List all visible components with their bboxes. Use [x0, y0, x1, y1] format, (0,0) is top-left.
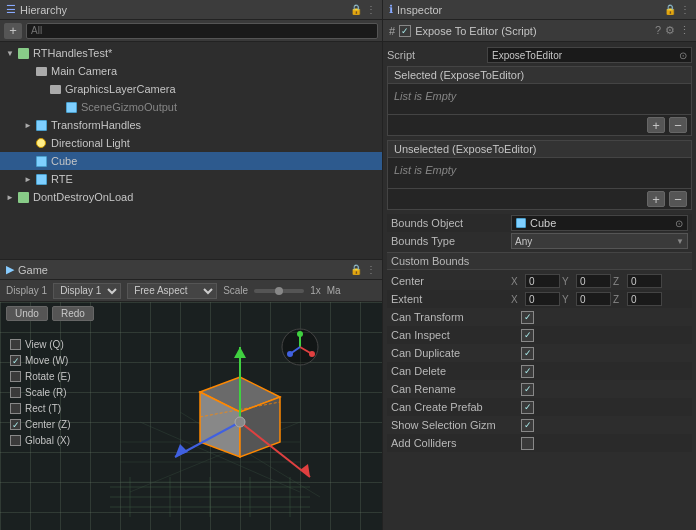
inspector-lock-icon[interactable]: 🔒: [664, 4, 676, 15]
hierarchy-titlebar: ☰ Hierarchy 🔒 ⋮: [0, 0, 382, 20]
tree-item-cube[interactable]: Cube: [0, 152, 382, 170]
bounds-type-value: Any: [515, 236, 532, 247]
global-tool-button[interactable]: Global (X): [6, 434, 75, 447]
extent-y-label: Y: [562, 294, 574, 305]
rotate-label: Rotate (E): [25, 371, 71, 382]
script-field-row: Script ExposeToEditor ⊙: [387, 46, 692, 64]
extent-z-label: Z: [613, 294, 625, 305]
can-transform-checkbox[interactable]: [521, 311, 534, 324]
more-icon[interactable]: ⋮: [366, 4, 376, 15]
tree-item-scenegizmo[interactable]: SceneGizmoOutput: [0, 98, 382, 116]
tree-arrow-scenegizmo: [52, 101, 64, 113]
extent-label: Extent: [391, 293, 511, 305]
camera-icon-graphics: [48, 82, 62, 96]
game-viewport[interactable]: Undo Redo View (Q) Move (W) Rota: [0, 302, 382, 530]
bounds-type-row: Bounds Type Any ▼: [387, 232, 692, 250]
camera-icon-main: [34, 64, 48, 78]
tree-item-maincamera[interactable]: Main Camera: [0, 62, 382, 80]
redo-button[interactable]: Redo: [52, 306, 94, 321]
add-colliders-checkbox[interactable]: [521, 437, 534, 450]
tree-label-scenegizmo: SceneGizmoOutput: [81, 101, 177, 113]
tree-item-directionallight[interactable]: Directional Light: [0, 134, 382, 152]
component-overflow-icon[interactable]: ⋮: [679, 24, 690, 37]
selected-remove-button[interactable]: −: [669, 117, 687, 133]
can-inspect-checkbox[interactable]: [521, 329, 534, 342]
extent-row: Extent X Y Z: [387, 290, 692, 308]
tree-item-rthandles[interactable]: RTHandlesTest*: [0, 44, 382, 62]
can-rename-checkbox[interactable]: [521, 383, 534, 396]
bounds-cube-icon: [516, 218, 526, 228]
move-tool-button[interactable]: Move (W): [6, 354, 75, 367]
can-inspect-label: Can Inspect: [391, 329, 521, 341]
lock-icon[interactable]: 🔒: [350, 4, 362, 15]
bounds-nav-icon: ⊙: [675, 218, 683, 229]
extent-x-input[interactable]: [525, 292, 560, 306]
selected-list-content: List is Empty: [388, 84, 691, 114]
hierarchy-tree: RTHandlesTest* Main Camera GraphicsLayer…: [0, 42, 382, 259]
cube-icon-transformhandles: [34, 118, 48, 132]
can-delete-checkbox[interactable]: [521, 365, 534, 378]
tree-label-dontdestroy: DontDestroyOnLoad: [33, 191, 133, 203]
extent-y-input[interactable]: [576, 292, 611, 306]
show-selection-gizmo-row: Show Selection Gizm: [387, 416, 692, 434]
inspector-more-icon[interactable]: ⋮: [680, 4, 690, 15]
unselected-remove-button[interactable]: −: [669, 191, 687, 207]
component-settings-icon[interactable]: ⚙: [665, 24, 675, 37]
move-label: Move (W): [25, 355, 68, 366]
tree-label-maincamera: Main Camera: [51, 65, 117, 77]
tree-item-rte[interactable]: RTE: [0, 170, 382, 188]
center-y-input[interactable]: [576, 274, 611, 288]
component-enabled-checkbox[interactable]: [399, 25, 411, 37]
rect-tool-button[interactable]: Rect (T): [6, 402, 75, 415]
scene-icon-dontdestroy: [16, 190, 30, 204]
maximize-label: Ma: [327, 285, 341, 296]
game-panel: ▶ Game 🔒 ⋮ Display 1 Display 1 Free Aspe…: [0, 260, 382, 530]
hierarchy-search-input[interactable]: [26, 23, 378, 39]
tree-item-transformhandles[interactable]: TransformHandles: [0, 116, 382, 134]
view-tool-button[interactable]: View (Q): [6, 338, 75, 351]
scale-slider[interactable]: [254, 289, 304, 293]
scene-svg: [80, 322, 340, 530]
bounds-object-value[interactable]: Cube ⊙: [511, 215, 688, 231]
center-x-input[interactable]: [525, 274, 560, 288]
scale-label-tool: Scale (R): [25, 387, 67, 398]
view-label: View (Q): [25, 339, 64, 350]
scale-tool-button[interactable]: Scale (R): [6, 386, 75, 399]
aspect-select[interactable]: Free Aspect: [127, 283, 217, 299]
tree-item-dontdestroy[interactable]: DontDestroyOnLoad: [0, 188, 382, 206]
center-z-label: Z: [613, 276, 625, 287]
center-z-input[interactable]: [627, 274, 662, 288]
undo-button[interactable]: Undo: [6, 306, 48, 321]
component-title: Expose To Editor (Script): [415, 25, 651, 37]
script-label: Script: [387, 49, 487, 61]
center-xyz-group: X Y Z: [511, 274, 662, 288]
center-tool-button[interactable]: Center (Z): [6, 418, 75, 431]
inspector-title: Inspector: [397, 4, 660, 16]
game-lock-icon[interactable]: 🔒: [350, 264, 362, 275]
extent-xyz-group: X Y Z: [511, 292, 662, 306]
can-duplicate-checkbox[interactable]: [521, 347, 534, 360]
inspector-content: Script ExposeToEditor ⊙ Selected (Expose…: [383, 42, 696, 530]
game-more-icon[interactable]: ⋮: [366, 264, 376, 275]
bounds-type-dropdown[interactable]: Any ▼: [511, 233, 688, 249]
scale-value: 1x: [310, 285, 321, 296]
tree-item-graphicscam[interactable]: GraphicsLayerCamera: [0, 80, 382, 98]
unselected-add-button[interactable]: +: [647, 191, 665, 207]
rotate-checkbox: [10, 371, 21, 382]
add-hierarchy-button[interactable]: +: [4, 23, 22, 39]
can-create-prefab-checkbox[interactable]: [521, 401, 534, 414]
script-value[interactable]: ExposeToEditor ⊙: [487, 47, 692, 63]
selected-add-button[interactable]: +: [647, 117, 665, 133]
inspector-component-toolbar: # Expose To Editor (Script) ? ⚙ ⋮: [383, 20, 696, 42]
global-label: Global (X): [25, 435, 70, 446]
tree-arrow-rte: [22, 173, 34, 185]
display-select[interactable]: Display 1: [53, 283, 121, 299]
rotate-tool-button[interactable]: Rotate (E): [6, 370, 75, 383]
show-selection-gizmo-checkbox[interactable]: [521, 419, 534, 432]
tree-arrow-maincamera: [22, 65, 34, 77]
component-menu-icon[interactable]: #: [389, 25, 395, 37]
tree-label-directionallight: Directional Light: [51, 137, 130, 149]
inspector-panel: ℹ Inspector 🔒 ⋮ # Expose To Editor (Scri…: [383, 0, 696, 530]
component-question-icon[interactable]: ?: [655, 24, 661, 37]
extent-z-input[interactable]: [627, 292, 662, 306]
